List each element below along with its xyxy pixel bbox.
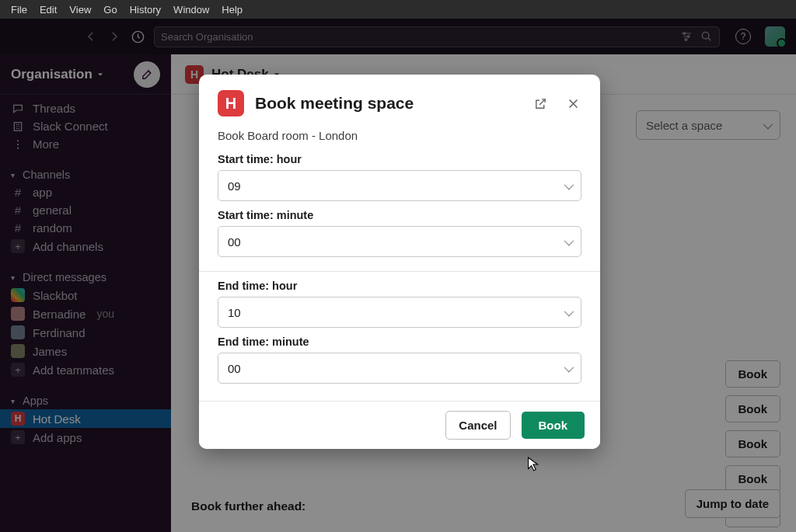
hotdesk-icon: H (218, 90, 244, 116)
os-menu-view[interactable]: View (63, 2, 97, 17)
modal-separator (199, 271, 600, 272)
select-value: 09 (228, 179, 241, 193)
end-minute-select[interactable]: 00 (218, 353, 581, 384)
close-icon[interactable] (564, 95, 581, 112)
book-button[interactable]: Book (522, 412, 585, 439)
cancel-button[interactable]: Cancel (445, 411, 510, 440)
select-value: 00 (228, 235, 241, 249)
modal-subtitle: Book Board room - London (218, 129, 581, 142)
os-menu-window[interactable]: Window (167, 2, 215, 17)
os-menu-edit[interactable]: Edit (33, 2, 63, 17)
chevron-down-icon (564, 183, 571, 190)
chevron-down-icon (564, 238, 571, 245)
select-value: 10 (228, 306, 241, 319)
os-menubar: File Edit View Go History Window Help (0, 0, 796, 19)
start-minute-label: Start time: minute (218, 209, 581, 221)
end-hour-label: End time: hour (218, 280, 581, 292)
os-menu-file[interactable]: File (5, 2, 33, 17)
chevron-down-icon (564, 365, 571, 372)
chevron-down-icon (564, 309, 571, 316)
start-hour-label: Start time: hour (218, 153, 581, 165)
select-value: 00 (228, 362, 241, 375)
os-menu-history[interactable]: History (124, 2, 167, 17)
os-menu-go[interactable]: Go (97, 2, 123, 17)
start-minute-select[interactable]: 00 (218, 226, 581, 257)
end-hour-select[interactable]: 10 (218, 297, 581, 328)
book-meeting-modal: H Book meeting space Book Board room - L… (199, 75, 600, 449)
modal-title: Book meeting space (255, 94, 516, 113)
os-menu-help[interactable]: Help (215, 2, 249, 17)
open-external-icon[interactable] (532, 95, 549, 112)
end-minute-label: End time: minute (218, 336, 581, 348)
start-hour-select[interactable]: 09 (218, 170, 581, 201)
